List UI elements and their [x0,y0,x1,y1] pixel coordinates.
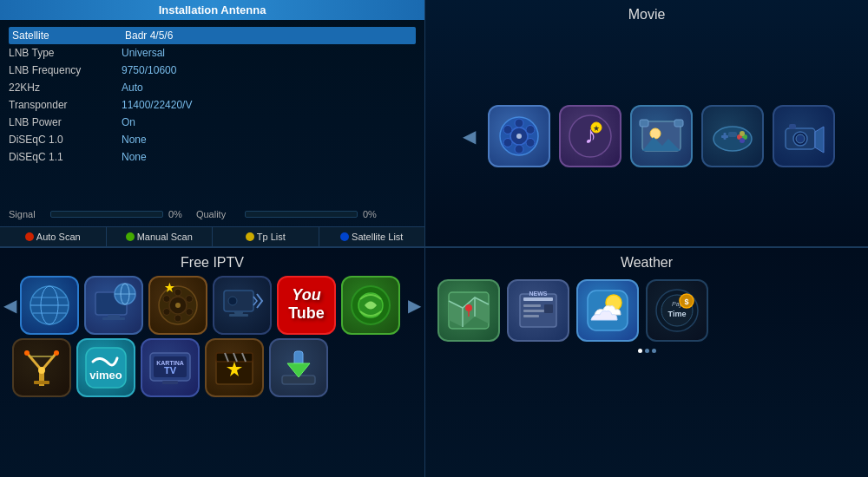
svg-marker-27 [815,127,824,153]
game-controller-icon[interactable] [701,105,764,167]
lnbtype-label: LNB Type [9,47,122,59]
svg-point-23 [740,138,745,143]
weather-nav-dots [425,347,868,355]
svg-rect-30 [789,124,796,129]
svg-point-44 [175,303,181,308]
transponder-label: Transponder [9,99,122,111]
satellite-list-button[interactable]: Satellite List [319,227,425,246]
nav-dot-2 [645,349,649,353]
22khz-value: Auto [122,82,143,94]
svg-rect-87 [523,310,544,312]
svg-rect-59 [34,381,49,384]
news-icon[interactable]: NEWS [507,279,569,342]
film-star-icon[interactable] [148,276,207,335]
movie-icons-row: ◀ ♪ [425,26,868,246]
tv-globe-icon[interactable] [84,276,143,335]
settings-row-lnbtype[interactable]: LNB Type Universal [9,44,416,62]
svg-rect-41 [102,317,125,320]
svg-rect-16 [640,120,648,127]
nav-dot-3 [652,349,656,353]
camera-icon[interactable] [773,105,835,167]
svg-point-64 [24,350,30,356]
maps-icon[interactable] [437,279,500,342]
weather-forecast-icon[interactable] [576,279,639,342]
green-dot-icon [126,232,135,241]
settings-row-lnbfreq[interactable]: LNB Frequency 9750/10600 [9,62,416,79]
download-icon[interactable] [269,338,328,397]
lnbpower-value: On [122,116,135,128]
paytime-icon[interactable]: Pay Time $ [646,279,708,342]
globe-blue-icon[interactable] [20,276,79,335]
svg-rect-66 [86,348,126,388]
settings-row-diseqc11[interactable]: DiSEqC 1.1 None [9,148,416,166]
svg-point-50 [186,296,193,303]
svg-point-65 [54,350,59,356]
auto-scan-button[interactable]: Auto Scan [0,227,107,246]
iptv-left-arrow[interactable]: ◀ [3,295,16,316]
settings-row-lnbpower[interactable]: LNB Power On [9,114,416,131]
quality-bar-container [245,211,358,218]
movie-panel: Movie ◀ [425,0,868,246]
movie-left-arrow[interactable]: ◀ [459,122,479,150]
signal-label: Signal [9,209,45,219]
diseqc11-value: None [122,151,147,163]
svg-text:Time: Time [668,310,687,318]
yellow-dot-icon [246,232,254,241]
quality-pct: 0% [363,209,377,219]
svg-point-8 [526,126,535,134]
svg-point-4 [515,145,523,154]
settings-row-22khz[interactable]: 22KHz Auto [9,79,416,96]
manual-scan-button[interactable]: Manual Scan [107,227,214,246]
diseqc10-label: DiSEqC 1.0 [9,134,122,146]
svg-rect-19 [728,132,737,137]
iptv-right-arrow[interactable]: ▶ [408,295,421,316]
svg-point-45 [174,289,181,296]
lnbfreq-label: LNB Frequency [9,64,122,76]
satellite-label: Satellite [12,29,125,42]
vimeo-icon[interactable]: vimeo [76,338,135,397]
weather-title: Weather [425,248,868,274]
diseqc10-value: None [122,134,147,146]
svg-rect-88 [523,315,539,317]
settings-row-satellite[interactable]: Satellite Badr 4/5/6 [9,27,416,44]
panel-header: Installation Antenna [0,0,424,20]
blue-dot-icon [340,232,349,241]
svg-point-14 [650,128,661,139]
settings-row-transponder[interactable]: Transponder 11400/22420/V [9,96,416,114]
iptv-title: Free IPTV [0,248,424,274]
svg-point-22 [740,131,745,136]
clapboard-star-icon[interactable] [205,338,264,397]
22khz-label: 22KHz [9,82,122,94]
svg-rect-17 [674,120,683,127]
diseqc11-label: DiSEqC 1.1 [9,151,122,163]
photo-icon[interactable] [630,105,693,167]
auto-scan-label: Auto Scan [36,232,81,242]
tp-list-button[interactable]: Tp List [213,227,319,246]
youtube-icon[interactable]: You Tube [277,276,336,335]
manual-scan-label: Manual Scan [137,232,193,242]
youtube-text: You Tube [285,287,328,323]
svg-rect-54 [229,314,248,317]
screenz-icon[interactable] [341,276,400,335]
settings-row-diseqc10[interactable]: DiSEqC 1.0 None [9,131,416,148]
svg-rect-53 [234,311,243,314]
svg-point-2 [516,134,522,139]
svg-point-3 [515,119,523,127]
nav-dot-1 [638,349,642,353]
svg-point-47 [163,296,170,303]
film-reel-icon[interactable] [488,105,550,167]
svg-point-5 [503,126,512,134]
lnbfreq-value: 9750/10600 [122,64,176,76]
svg-rect-86 [523,304,541,307]
svg-point-49 [163,309,170,316]
antenna-icon[interactable] [12,338,71,397]
svg-point-7 [503,139,512,147]
svg-text:TV: TV [164,365,177,376]
kartina-tv-icon[interactable]: KARTINA TV [141,338,200,397]
youtube-you: You [292,286,320,304]
music-icon[interactable]: ♪ ★ [559,105,621,167]
transponder-value: 11400/22420/V [122,99,192,111]
signal-bar-container [50,211,163,218]
cast-icon[interactable] [213,276,272,335]
svg-text:$: $ [684,297,688,306]
